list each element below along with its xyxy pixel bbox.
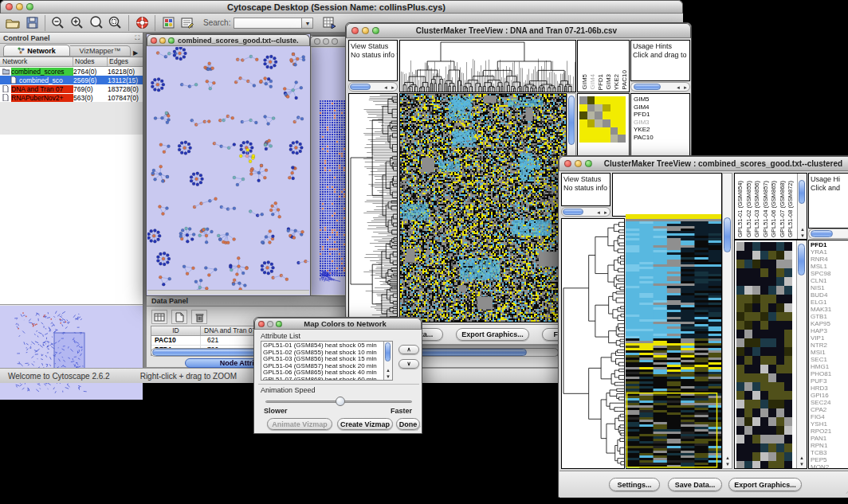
close-icon[interactable] — [6, 3, 13, 10]
dialog-resize-grip[interactable]: ⟋ — [416, 425, 421, 433]
tv2-gene-label[interactable]: HRD3 — [811, 385, 848, 392]
matrix-cell[interactable] — [618, 104, 626, 112]
tv2-column-label[interactable]: GPL51-08 (GSM872) — [787, 181, 794, 237]
tab-vizmapper[interactable]: VizMapper™ — [70, 45, 131, 57]
tv1-row-dendrogram[interactable] — [348, 93, 398, 322]
network-list-item[interactable]: combined_scores2764(0)16218(0) — [0, 67, 143, 76]
minimize-icon[interactable] — [362, 27, 369, 34]
birdseye-canvas[interactable] — [0, 306, 143, 400]
tv1-column-dendrogram[interactable] — [399, 40, 576, 92]
tv1-gene-label[interactable]: PAC10 — [634, 134, 687, 142]
close-icon[interactable] — [151, 37, 157, 44]
tv2-column-labels[interactable]: GPL51-01 (GSM854)GPL51-02 (GSM855)GPL51-… — [734, 173, 807, 240]
attribute-list-item[interactable]: GPL51-07 (GSM868) heat shock 60 min — [263, 377, 391, 381]
float-panel-icon[interactable]: ⛶ — [135, 34, 139, 42]
tv2-gene-label[interactable]: RNR4 — [811, 256, 848, 263]
matrix-cell[interactable] — [603, 127, 610, 135]
tv2-gene-label[interactable]: NIS1 — [811, 284, 848, 291]
tv1-export-graphics-button[interactable]: Export Graphics... — [456, 328, 529, 341]
matrix-cell[interactable] — [610, 135, 618, 143]
tv2-gene-label[interactable]: SPC98 — [811, 270, 848, 277]
tv2-gene-label[interactable]: SEC1 — [811, 356, 848, 363]
matrix-cell[interactable] — [587, 111, 595, 119]
tv2-gene-label[interactable]: YRA1 — [811, 248, 848, 256]
close-icon[interactable] — [258, 321, 265, 327]
tv2-gene-label[interactable]: ELG1 — [811, 299, 848, 306]
attribute-table-icon[interactable] — [320, 14, 339, 32]
create-vizmap-button[interactable]: Create Vizmap — [337, 418, 393, 430]
matrix-cell[interactable] — [587, 127, 595, 135]
matrix-cell[interactable] — [587, 119, 595, 127]
tv1-column-labels[interactable]: GIM5GIM4PFD1GIM3YKE2PAC10 — [577, 40, 630, 92]
matrix-cell[interactable] — [595, 127, 603, 135]
matrix-cell[interactable] — [603, 119, 610, 127]
matrix-cell[interactable] — [603, 135, 610, 143]
minimize-icon[interactable] — [575, 160, 582, 167]
tv2-settings-button[interactable]: Settings... — [609, 478, 660, 491]
tv2-heatmap-vscrollbar[interactable]: ▲▼ — [722, 173, 732, 469]
col-network[interactable]: Network — [0, 57, 73, 66]
matrix-cell[interactable] — [610, 96, 618, 104]
tv2-gene-label[interactable]: VIP1 — [811, 334, 848, 342]
tv2-gene-label[interactable]: MSI1 — [811, 349, 848, 356]
animation-speed-slider[interactable] — [265, 397, 412, 405]
tv2-status-hscrollbar[interactable]: ◄► — [561, 207, 610, 217]
matrix-cell[interactable] — [579, 119, 587, 127]
attribute-listbox[interactable]: GPL51-01 (GSM854) heat shock 05 minGPL51… — [261, 341, 393, 381]
matrix-cell[interactable] — [595, 104, 603, 112]
matrix-cell[interactable] — [610, 119, 618, 127]
minimize-icon[interactable] — [323, 38, 329, 45]
open-folder-icon[interactable] — [3, 14, 22, 32]
tv1-gene-label[interactable]: GIM5 — [634, 96, 687, 104]
matrix-cell[interactable] — [610, 111, 618, 119]
close-icon[interactable] — [314, 38, 320, 45]
tv2-zoom-heatmap[interactable]: ▲▼ — [734, 240, 807, 469]
matrix-cell[interactable] — [618, 111, 626, 119]
tv2-gene-label[interactable]: GPI16 — [811, 392, 848, 399]
tv2-column-label[interactable]: GPL51-07 (GSM868) — [779, 181, 786, 237]
tv1-gene-label[interactable]: YKE2 — [634, 126, 687, 134]
tv1-column-label[interactable]: GIM4 — [589, 74, 596, 90]
tv2-heatmap[interactable] — [626, 173, 722, 469]
matrix-cell[interactable] — [595, 135, 603, 143]
tab-overflow-arrow[interactable]: ▶ — [133, 49, 138, 57]
tab-network[interactable]: Network — [3, 45, 70, 57]
tv1-gene-label[interactable]: PFD1 — [634, 111, 687, 119]
zoom-window-icon[interactable] — [332, 38, 338, 45]
network-list-item[interactable]: combined_sco2569(6)13112(15) — [0, 76, 143, 84]
tv2-gene-label[interactable]: TCB3 — [811, 449, 848, 456]
matrix-cell[interactable] — [603, 96, 610, 104]
tv2-gene-label[interactable]: SEC24 — [811, 399, 848, 406]
tv1-status-hscrollbar[interactable]: ◄► — [348, 82, 398, 92]
zoom-in-icon[interactable] — [68, 14, 87, 32]
tv1-column-label[interactable]: GIM5 — [581, 74, 588, 90]
annotation-icon[interactable] — [178, 14, 197, 32]
tv2-gene-list[interactable]: PFD1YRA1RNR4MSL1SPC98CLN1NIS1BUD4ELG1MAK… — [808, 240, 848, 469]
tv1-gene-label[interactable]: GIM4 — [634, 104, 687, 111]
slider-thumb[interactable] — [336, 397, 345, 406]
tv2-gene-label[interactable]: PAN1 — [811, 435, 848, 442]
tv2-gene-label[interactable]: GTB1 — [811, 313, 848, 320]
birdseye-panel[interactable] — [0, 306, 143, 400]
tv2-gene-label[interactable]: CPA2 — [811, 406, 848, 413]
matrix-cell[interactable] — [618, 96, 626, 104]
matrix-cell[interactable] — [595, 96, 603, 104]
window-resize-strip[interactable] — [147, 290, 309, 295]
main-title-bar[interactable]: Cytoscape Desktop (Session Name: collins… — [0, 0, 683, 14]
tv2-gene-label[interactable]: RPN1 — [811, 442, 848, 449]
matrix-cell[interactable] — [587, 135, 595, 143]
help-lifering-icon[interactable] — [132, 14, 151, 32]
zoom-window-icon[interactable] — [168, 37, 175, 44]
network-list-item[interactable]: DNA and Tran 07769(0)183728(0) — [0, 84, 143, 93]
matrix-cell[interactable] — [595, 119, 603, 127]
matrix-cell[interactable] — [618, 127, 626, 135]
tv2-column-label[interactable]: GPL51-02 (GSM855) — [745, 181, 752, 237]
tv2-gene-label[interactable]: CLN1 — [811, 277, 848, 284]
tv1-column-label[interactable]: PAC10 — [621, 70, 628, 90]
create-attribute-icon[interactable] — [171, 310, 187, 324]
zoom-out-icon[interactable] — [49, 14, 68, 32]
window-controls[interactable] — [1, 3, 38, 10]
delete-attribute-icon[interactable] — [191, 310, 207, 324]
tv1-column-label[interactable]: PFD1 — [597, 74, 604, 90]
matrix-cell[interactable] — [603, 111, 610, 119]
